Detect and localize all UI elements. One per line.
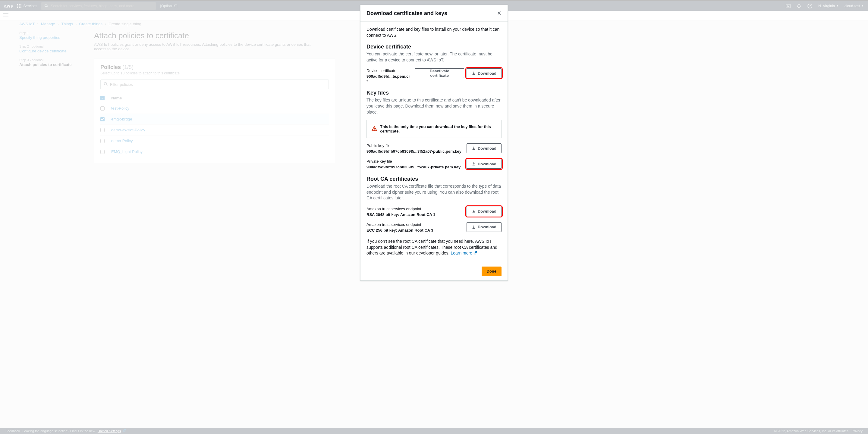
section-root-ca-sub: Download the root CA certificate file th… bbox=[367, 183, 501, 201]
download-icon bbox=[472, 225, 476, 229]
modal-footer: Done bbox=[361, 262, 507, 280]
device-cert-filename: 900adf5d9fd...te.pem.crt bbox=[367, 74, 411, 83]
rsa-endpoint-label: Amazon trust services endpoint bbox=[367, 207, 435, 211]
download-private-key-button[interactable]: Download bbox=[467, 159, 501, 169]
private-key-filename: 900adf5d9fdfb97cb8309f5...f52a07-private… bbox=[367, 165, 461, 169]
download-icon bbox=[472, 146, 476, 150]
public-key-label: Public key file bbox=[367, 143, 461, 148]
download-icon bbox=[472, 162, 476, 166]
section-key-files-sub: The key files are unique to this certifi… bbox=[367, 97, 501, 115]
done-button[interactable]: Done bbox=[482, 267, 502, 276]
close-icon[interactable]: ✕ bbox=[497, 10, 501, 16]
modal-body: Download certificate and key files to in… bbox=[361, 22, 507, 262]
rsa-root-ca-name: RSA 2048 bit key: Amazon Root CA 1 bbox=[367, 212, 435, 217]
download-ecc-root-ca-button[interactable]: Download bbox=[467, 222, 501, 232]
device-cert-label: Device certificate bbox=[367, 68, 411, 73]
modal-intro: Download certificate and key files to in… bbox=[367, 27, 501, 38]
modal-header: Download certificates and keys ✕ bbox=[361, 5, 507, 22]
key-warning: This is the only time you can download t… bbox=[367, 120, 501, 138]
section-device-cert-sub: You can activate the certificate now, or… bbox=[367, 51, 501, 63]
download-rsa-root-ca-button[interactable]: Download bbox=[467, 207, 501, 216]
download-device-cert-button[interactable]: Download bbox=[467, 68, 501, 78]
section-key-files: Key files bbox=[367, 90, 501, 96]
download-certs-modal: Download certificates and keys ✕ Downloa… bbox=[360, 5, 508, 281]
warning-icon bbox=[372, 126, 377, 132]
download-icon bbox=[472, 209, 476, 213]
deactivate-cert-button[interactable]: Deactivate certificate bbox=[415, 68, 464, 78]
modal-title: Download certificates and keys bbox=[367, 10, 497, 16]
learn-more-link[interactable]: Learn more bbox=[451, 250, 477, 256]
key-warning-text: This is the only time you can download t… bbox=[380, 124, 496, 133]
download-public-key-button[interactable]: Download bbox=[467, 143, 501, 153]
section-root-ca: Root CA certificates bbox=[367, 176, 501, 182]
section-device-cert: Device certificate bbox=[367, 44, 501, 50]
root-ca-note: If you don't see the root CA certificate… bbox=[367, 238, 501, 256]
ecc-root-ca-name: ECC 256 bit key: Amazon Root CA 3 bbox=[367, 228, 433, 233]
external-link-icon bbox=[473, 250, 477, 256]
private-key-label: Private key file bbox=[367, 159, 461, 164]
ecc-endpoint-label: Amazon trust services endpoint bbox=[367, 222, 433, 227]
public-key-filename: 900adf5d9fdfb97cb8309f5...3f52a07-public… bbox=[367, 149, 461, 154]
download-icon bbox=[472, 71, 476, 75]
